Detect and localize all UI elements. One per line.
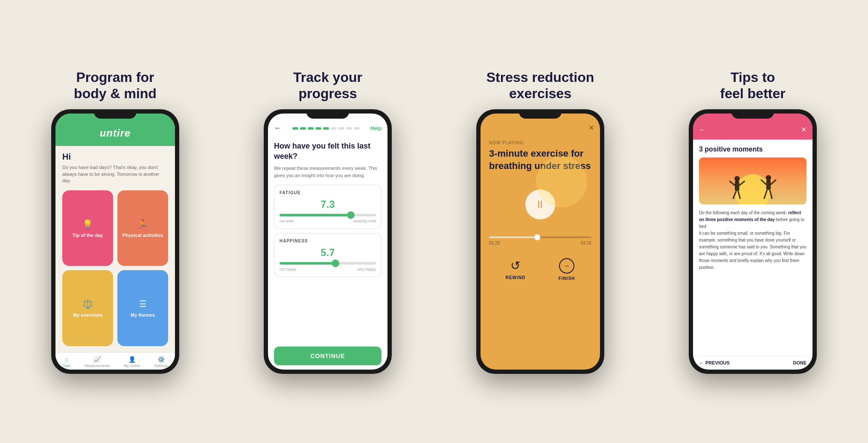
rewind-icon: ↺ xyxy=(510,259,520,273)
fatigue-labels: not tired severely tired xyxy=(280,219,376,223)
happiness-slider[interactable] xyxy=(280,262,376,265)
finish-icon: → xyxy=(559,258,574,274)
exercises-label: My exercises xyxy=(73,312,102,318)
card-grid: 💡 Tip of the day 🏃 Physical activities ⚖… xyxy=(62,190,168,347)
physical-activities-card[interactable]: 🏃 Physical activities xyxy=(117,190,168,266)
time-labels: 01:29 03:16 xyxy=(489,241,591,245)
svg-point-2 xyxy=(734,176,740,182)
happiness-thumb xyxy=(332,259,339,267)
current-time: 01:29 xyxy=(489,241,500,245)
column-3: Stress reductionexercises ✕ Now playing:… xyxy=(438,69,643,374)
nav-start-label: Start xyxy=(62,364,70,368)
page-wrapper: Program forbody & mind untire Hi Do you … xyxy=(9,69,859,374)
fatigue-min: not tired xyxy=(280,219,294,223)
settings-icon: ⚙️ xyxy=(157,356,165,363)
fatigue-thumb xyxy=(347,211,355,219)
nav-settings-label: Settings xyxy=(154,364,168,368)
phone-1: untire Hi Do you have bad days? That's o… xyxy=(51,109,179,374)
exercises-icon: ⚖️ xyxy=(82,299,93,309)
s3-topbar: ✕ xyxy=(481,124,600,132)
myuntire-icon: 👤 xyxy=(128,356,136,363)
col1-title: Program forbody & mind xyxy=(74,69,157,102)
my-themes-card[interactable]: ☰ My themes xyxy=(117,270,168,346)
subtext: Do you have bad days? That's okay, you d… xyxy=(62,164,168,184)
fatigue-slider[interactable] xyxy=(280,214,376,216)
dot-9 xyxy=(354,127,360,130)
app-logo: untire xyxy=(100,127,131,139)
question-description: We repeat these measurements every week.… xyxy=(274,165,382,179)
column-2: Track yourprogress ← xyxy=(225,69,430,374)
happiness-min: not happy xyxy=(280,267,297,271)
rewind-button[interactable]: ↺ REWIND xyxy=(506,259,526,280)
finish-button[interactable]: → FINISH xyxy=(559,258,575,281)
s4-back-button[interactable]: ← xyxy=(699,126,706,134)
s4-body: 3 positive moments xyxy=(693,140,813,356)
s4-close-button[interactable]: ✕ xyxy=(801,125,807,134)
happiness-label: HAPPINESS xyxy=(280,239,376,243)
rewind-label: REWIND xyxy=(506,275,526,280)
activities-icon: 🏃 xyxy=(137,219,148,229)
close-button[interactable]: ✕ xyxy=(588,124,594,132)
themes-icon: ☰ xyxy=(139,299,147,309)
now-playing-label: Now playing: xyxy=(489,140,525,145)
fatigue-max: severely tired xyxy=(353,219,376,223)
nav-myuntire[interactable]: 👤 My Untire xyxy=(124,356,140,368)
screen-1: untire Hi Do you have bad days? That's o… xyxy=(55,114,175,370)
greeting-text: Hi xyxy=(62,152,168,162)
previous-label: PREVIOUS xyxy=(705,360,730,365)
measurements-icon: 📈 xyxy=(93,356,101,363)
bottom-nav: ⌂ Start 📈 Measurements 👤 My Untire ⚙ xyxy=(55,352,175,370)
progress-indicator xyxy=(292,127,360,130)
svg-rect-9 xyxy=(766,180,771,190)
dot-1 xyxy=(292,127,298,130)
screen-3: ✕ Now playing: 3-minute exercise for bre… xyxy=(481,114,600,370)
notch-4 xyxy=(731,109,774,119)
column-1: Program forbody & mind untire Hi Do you … xyxy=(13,69,218,374)
screen-2: ← Help xyxy=(268,114,387,370)
happiness-card: HAPPINESS 5.7 not happy very happy xyxy=(274,233,382,277)
help-link[interactable]: Help xyxy=(370,125,382,131)
question-heading: How have you felt this last week? xyxy=(274,141,382,161)
dot-7 xyxy=(338,127,344,130)
dot-5 xyxy=(323,127,329,130)
done-button[interactable]: DONE xyxy=(793,360,807,365)
nav-settings[interactable]: ⚙️ Settings xyxy=(154,356,168,368)
audio-progress-bar[interactable] xyxy=(489,236,591,238)
my-exercises-card[interactable]: ⚖️ My exercises xyxy=(62,270,113,346)
s2-topbar: ← Help xyxy=(268,124,387,133)
back-button[interactable]: ← xyxy=(274,124,282,133)
dot-6 xyxy=(331,127,337,130)
previous-button[interactable]: ← PREVIOUS xyxy=(699,360,730,365)
tip-of-day-card[interactable]: 💡 Tip of the day xyxy=(62,190,113,266)
screen-4: ← ✕ 3 positive moments xyxy=(693,114,813,370)
tip-image xyxy=(699,157,807,204)
continue-button[interactable]: CONTINUE xyxy=(274,347,382,365)
nav-measurements[interactable]: 📈 Measurements xyxy=(84,356,110,368)
themes-label: My themes xyxy=(131,312,155,318)
phone-2: ← Help xyxy=(264,109,392,374)
svg-point-8 xyxy=(766,175,771,181)
notch-2 xyxy=(306,109,349,119)
activities-label: Physical activities xyxy=(122,233,163,238)
col4-title: Tips tofeel better xyxy=(720,69,786,102)
fatigue-value: 7.3 xyxy=(280,198,376,210)
audio-controls: ↺ REWIND → FINISH xyxy=(489,258,591,289)
happiness-fill xyxy=(280,262,335,265)
phone-3: ✕ Now playing: 3-minute exercise for bre… xyxy=(476,109,604,374)
col2-title: Track yourprogress xyxy=(293,69,362,102)
s4-footer: ← PREVIOUS DONE xyxy=(693,356,813,370)
dot-8 xyxy=(346,127,352,130)
finish-label: FINISH xyxy=(559,276,575,281)
dot-2 xyxy=(300,127,306,130)
col3-title: Stress reductionexercises xyxy=(486,69,594,102)
fatigue-label: FATIGUE xyxy=(280,190,376,195)
nav-start[interactable]: ⌂ Start xyxy=(62,356,70,368)
happiness-value: 5.7 xyxy=(280,247,376,259)
happiness-labels: not happy very happy xyxy=(280,267,376,271)
dot-3 xyxy=(308,127,314,130)
nav-myuntire-label: My Untire xyxy=(124,364,140,368)
nav-measurements-label: Measurements xyxy=(84,364,110,368)
notch-3 xyxy=(519,109,562,119)
svg-rect-3 xyxy=(735,181,740,191)
tip-icon: 💡 xyxy=(82,219,93,229)
